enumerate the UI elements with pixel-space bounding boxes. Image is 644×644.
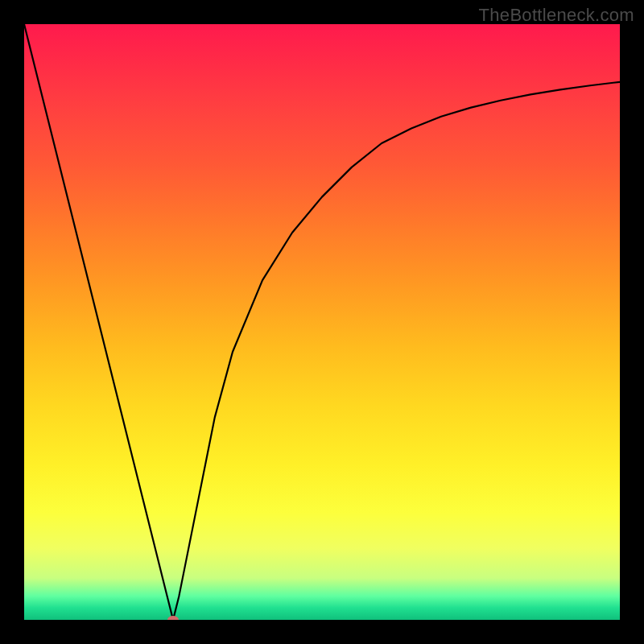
watermark-text: TheBottleneck.com [479,5,634,26]
min-marker-icon [167,616,179,620]
bottleneck-curve [24,24,620,620]
plot-area [24,24,620,620]
